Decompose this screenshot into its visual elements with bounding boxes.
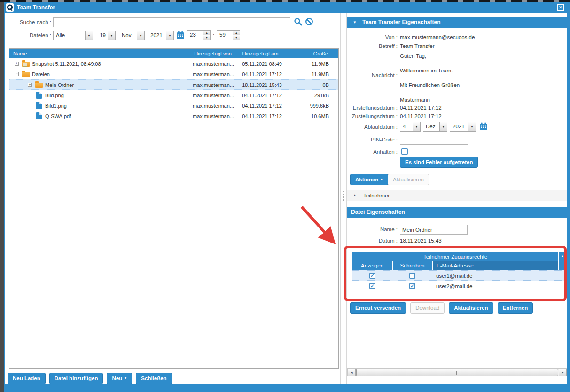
month-select[interactable]: Nov ▼ <box>119 31 145 40</box>
table-row[interactable]: Q-SWA.pdf max.musterman... 04.11.2021 17… <box>9 111 338 121</box>
refresh-button[interactable]: Aktualisieren <box>449 302 493 314</box>
row-name: Q-SWA.pdf <box>45 111 71 121</box>
row-added-by: max.musterman... <box>193 90 234 101</box>
table-row[interactable]: + Snapshot 5.11.2021, 08:49:08 max.muste… <box>9 59 338 69</box>
expiry-month-select[interactable]: Dez ▼ <box>423 122 447 132</box>
anzeigen-checkbox[interactable]: ✓ <box>369 283 375 289</box>
close-icon[interactable]: ✕ <box>557 4 564 11</box>
pin-code-label: PIN-Code : <box>347 137 398 142</box>
snapshot-folder-icon <box>22 62 30 67</box>
title-bar: Team Transfer ✕ <box>4 2 570 13</box>
aktionen-dropdown-button[interactable]: Aktionen ▼ <box>350 174 388 185</box>
minute-stepper[interactable]: 59 ▲▼ <box>217 30 240 40</box>
expand-icon[interactable]: + <box>15 62 19 66</box>
row-size: 291kB <box>284 90 329 101</box>
table-row[interactable]: Bild1.png max.musterman... 04.11.2021 17… <box>9 101 338 111</box>
erstellungsdatum-label: Erstellungsdatum : <box>347 105 398 110</box>
chevron-down-icon[interactable]: ▼ <box>468 122 476 131</box>
folder-icon <box>35 83 43 88</box>
download-button-disabled[interactable]: Download <box>410 302 445 314</box>
chevron-down-icon: ▼ <box>353 17 357 28</box>
col-name[interactable]: Name <box>13 49 27 58</box>
row-size: 10.6MB <box>284 111 329 121</box>
anhalten-checkbox[interactable] <box>401 148 408 155</box>
files-filter-value: Alle <box>56 32 65 38</box>
nachricht-value: Guten Tag, Willkommen im Team. Mit Freun… <box>400 49 460 107</box>
search-input[interactable] <box>53 17 290 27</box>
scroll-left-icon[interactable]: ◄ <box>348 369 356 376</box>
hour-stepper[interactable]: 23 ▲▼ <box>187 30 211 40</box>
new-dropdown-button[interactable]: Neu ▼ <box>107 373 132 384</box>
files-filter-select[interactable]: Alle ▼ <box>53 31 93 40</box>
search-label: Suche nach : <box>15 19 51 25</box>
name-input[interactable] <box>400 225 468 235</box>
col-schreiben[interactable]: Schreiben <box>393 261 432 270</box>
expand-icon[interactable]: + <box>28 83 32 87</box>
teilnehmer-section-bar[interactable]: ▲ Teilnehmer <box>347 190 567 201</box>
chevron-down-icon[interactable]: ▼ <box>166 31 173 40</box>
aktualisieren-button-disabled[interactable]: Aktualisieren <box>388 174 429 185</box>
clear-search-icon[interactable] <box>305 17 313 26</box>
expiry-year-select[interactable]: 2021 ▼ <box>450 122 476 132</box>
panel-splitter[interactable] <box>340 13 347 384</box>
col-added-by[interactable]: Hinzugefügt von <box>189 49 237 58</box>
horizontal-scrollbar[interactable]: ◄ ► <box>347 368 567 376</box>
row-added-at: 04.11.2021 17:12 <box>237 101 282 111</box>
teilnehmer-section-label: Teilnehmer <box>363 193 390 198</box>
datum-label: Datum : <box>347 238 398 243</box>
row-added-at: 04.11.2021 17:12 <box>237 69 282 79</box>
schreiben-checkbox[interactable] <box>409 273 415 279</box>
close-window-button[interactable]: Schließen <box>136 373 172 384</box>
table-row[interactable]: Bild.png max.musterman... 04.11.2021 17:… <box>9 90 338 101</box>
spin-down-icon[interactable]: ▼ <box>203 35 210 40</box>
file-actions-toolbar: Erneut versenden Download Aktualisieren … <box>350 302 533 314</box>
chevron-down-icon[interactable]: ▼ <box>413 122 420 131</box>
team-transfer-window: Team Transfer ✕ Suche nach : Dateien : A… <box>4 2 570 392</box>
access-rights-table: Teilnehmer Zugangsrechte ▲ Anzeigen Schr… <box>352 252 567 298</box>
anzeigen-checkbox[interactable]: ✓ <box>369 273 375 279</box>
col-size[interactable]: Größe <box>284 49 328 58</box>
search-icon[interactable] <box>294 17 302 26</box>
scrollbar-thumb[interactable] <box>356 369 558 376</box>
expiry-day-select[interactable]: 4 ▼ <box>400 122 421 132</box>
spin-up-icon[interactable]: ▲ <box>233 31 240 35</box>
file-table: Name Hinzugefügt von Hinzugefügt am Größ… <box>9 48 339 369</box>
scroll-right-icon[interactable]: ► <box>559 369 567 376</box>
spin-up-icon[interactable]: ▲ <box>203 31 210 35</box>
resend-button[interactable]: Erneut versenden <box>350 302 406 314</box>
error-button[interactable]: Es sind Fehler aufgetreten <box>400 157 478 168</box>
row-name: Dateien <box>32 69 50 79</box>
chevron-down-icon[interactable]: ▼ <box>108 31 115 40</box>
pin-code-input[interactable] <box>400 135 468 145</box>
schreiben-checkbox[interactable]: ✓ <box>409 283 415 289</box>
spin-down-icon[interactable]: ▼ <box>233 35 240 40</box>
chevron-down-icon[interactable]: ▼ <box>439 122 447 131</box>
calendar-icon[interactable] <box>176 31 185 39</box>
day-select[interactable]: 19 ▼ <box>97 31 116 40</box>
row-name: Mein Ordner <box>45 80 74 90</box>
row-added-at: 04.11.2021 17:12 <box>237 90 282 101</box>
scroll-up-icon[interactable]: ▲ <box>558 252 566 270</box>
chevron-up-icon: ▲ <box>353 193 357 197</box>
row-name: Bild1.png <box>45 101 67 111</box>
scrollbar-grip-icon <box>454 371 459 376</box>
table-row[interactable]: − Dateien max.musterman... 04.11.2021 17… <box>9 69 338 79</box>
collapse-icon[interactable]: − <box>15 72 19 76</box>
calendar-icon[interactable] <box>479 122 488 131</box>
add-file-button[interactable]: Datei hinzufügen <box>49 373 103 384</box>
access-row[interactable]: ✓ ✓ user2@mail.de <box>352 281 566 291</box>
year-select[interactable]: 2021 ▼ <box>148 31 174 40</box>
table-row-selected[interactable]: + Mein Ordner max.musterman... 18.11.202… <box>9 79 338 90</box>
col-email[interactable]: E-Mail-Adresse <box>433 261 558 270</box>
col-added-at[interactable]: Hinzugefügt am <box>237 49 284 58</box>
reload-button[interactable]: Neu Laden <box>8 373 46 384</box>
chevron-down-icon[interactable]: ▼ <box>85 31 93 40</box>
email-value: user1@mail.de <box>436 271 473 281</box>
von-value: max.mustermann@secudos.de <box>400 34 475 40</box>
col-anzeigen[interactable]: Anzeigen <box>352 261 392 270</box>
chevron-down-icon[interactable]: ▼ <box>137 31 144 40</box>
access-row-selected[interactable]: ✓ user1@mail.de <box>352 270 566 281</box>
remove-button[interactable]: Entfernen <box>498 302 533 314</box>
access-table-title: Teilnehmer Zugangsrechte <box>352 252 558 261</box>
transfer-properties-header[interactable]: ▼ Team Transfer Eigenschaften <box>347 17 567 28</box>
